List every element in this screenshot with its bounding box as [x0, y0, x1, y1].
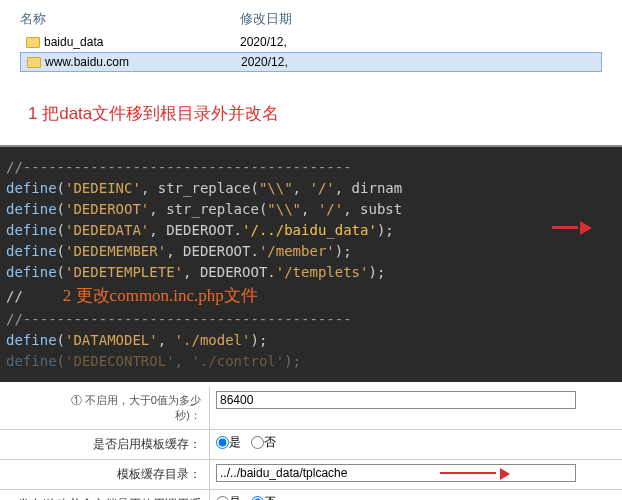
code-line: define('DEDEINC', str_replace("\\", '/',…: [6, 178, 616, 199]
col-name: 名称: [20, 10, 240, 28]
doccache-no-radio[interactable]: [251, 496, 264, 500]
file-explorer: 名称 修改日期 baidu_data 2020/12, www.baidu.co…: [0, 0, 622, 145]
form-row: ① 不启用，大于0值为多少秒)：: [0, 387, 622, 430]
code-line: define('DEDEDATA', DEDEROOT.'/../baidu_d…: [6, 220, 616, 241]
field-label: ① 不启用，大于0值为多少秒)：: [8, 393, 201, 423]
form-row: 发布/修改单个文档是否使用调用缓存： 是 否: [0, 490, 622, 501]
code-line: define('DEDETEMPLETE', DEDEROOT.'/temple…: [6, 262, 616, 283]
table-row[interactable]: baidu_data 2020/12,: [20, 32, 602, 52]
code-line: //2 更改common.inc.php文件: [6, 283, 616, 309]
folder-icon: [27, 57, 41, 68]
annotation-2: 2 更改common.inc.php文件: [23, 286, 258, 305]
file-date: 2020/12,: [240, 35, 287, 49]
file-date: 2020/12,: [241, 55, 288, 69]
tplcache-no-radio[interactable]: [251, 436, 264, 449]
arrow-icon: [552, 221, 592, 235]
code-line: //--------------------------------------…: [6, 157, 616, 178]
annotation-1: 1 把data文件移到根目录外并改名: [20, 72, 602, 140]
field-label: 发布/修改单个文档是否使用调用缓存：: [0, 490, 210, 501]
code-line: define('DATAMODEL', './model');: [6, 330, 616, 351]
file-name: baidu_data: [44, 35, 103, 49]
code-line: define('DEDECONTROL', './control');: [6, 351, 616, 372]
form-row: 模板缓存目录：: [0, 460, 622, 490]
cache-seconds-input[interactable]: [216, 391, 576, 409]
code-line: define('DEDEROOT', str_replace("\\", '/'…: [6, 199, 616, 220]
doccache-yes-radio[interactable]: [216, 496, 229, 500]
code-block: //--------------------------------------…: [0, 145, 622, 382]
folder-icon: [26, 37, 40, 48]
form-row: 是否启用模板缓存： 是 否: [0, 430, 622, 460]
field-label: 是否启用模板缓存：: [0, 430, 210, 459]
code-line: define('DEDEMEMBER', DEDEROOT.'/member')…: [6, 241, 616, 262]
code-line: //--------------------------------------…: [6, 309, 616, 330]
file-name: www.baidu.com: [45, 55, 129, 69]
field-label: 模板缓存目录：: [0, 460, 210, 489]
column-headers: 名称 修改日期: [20, 10, 602, 32]
tplcache-dir-input[interactable]: [216, 464, 576, 482]
arrow-icon: [440, 468, 510, 480]
tplcache-yes-radio[interactable]: [216, 436, 229, 449]
col-date: 修改日期: [240, 10, 292, 28]
table-row[interactable]: www.baidu.com 2020/12,: [20, 52, 602, 72]
settings-form: ① 不启用，大于0值为多少秒)： 是否启用模板缓存： 是 否 模板缓存目录： 发…: [0, 382, 622, 501]
